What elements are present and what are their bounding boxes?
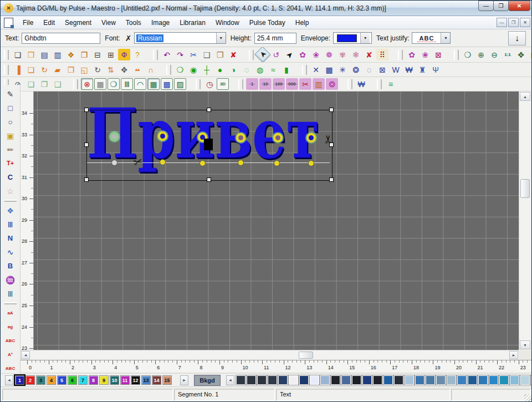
- merge-shapes-icon[interactable]: ◍: [254, 64, 266, 75]
- font-combobox[interactable]: Russian ▼: [134, 32, 226, 44]
- toolbar-grip[interactable]: [166, 65, 171, 75]
- thread-color-swatch[interactable]: [478, 375, 488, 385]
- restore-button[interactable]: ❐: [493, 1, 509, 11]
- sequin-icon[interactable]: ❂: [326, 78, 338, 90]
- menu-edit[interactable]: Edit: [38, 17, 60, 28]
- show-grid-dots-icon[interactable]: ▦: [94, 78, 106, 90]
- segment-start-icon[interactable]: ✾: [336, 49, 349, 60]
- overlap-icon[interactable]: ❐: [65, 64, 77, 75]
- satin-column-tool-icon[interactable]: Ⅲ: [4, 218, 17, 230]
- toolbar-grip[interactable]: [454, 50, 459, 60]
- toolbar-grip[interactable]: [238, 79, 243, 89]
- toolbar-grip[interactable]: [347, 79, 352, 89]
- thread-color-swatch[interactable]: [341, 375, 351, 385]
- palette-color-5[interactable]: 5: [57, 375, 66, 385]
- bird-delete-icon[interactable]: ⊠: [432, 49, 444, 60]
- palette-scroll-left-button[interactable]: ◄: [5, 375, 13, 385]
- stitch-list-icon[interactable]: ≡: [385, 78, 397, 90]
- needle-point-marker[interactable]: [306, 133, 316, 143]
- menu-view[interactable]: View: [96, 17, 121, 28]
- design-properties-icon[interactable]: ❖: [65, 49, 77, 60]
- needle-point-marker[interactable]: [273, 133, 283, 143]
- monogram-lettering-icon[interactable]: A°: [4, 349, 17, 360]
- palette-color-9[interactable]: 9: [99, 375, 109, 385]
- magnify-view-icon[interactable]: ❍: [108, 78, 120, 90]
- thread-scroll-left-button[interactable]: ◄: [226, 375, 234, 385]
- split-shape-icon[interactable]: ◑: [227, 64, 239, 75]
- thread-color-swatch[interactable]: [394, 375, 403, 385]
- zoom-in-icon[interactable]: ⊕: [475, 49, 487, 60]
- outline-stitch-icon[interactable]: ◉: [187, 64, 200, 75]
- thread-color-swatch[interactable]: [447, 375, 456, 385]
- lasso-select-icon[interactable]: ↺: [270, 49, 282, 60]
- envelope-dropdown-arrow[interactable]: ▼: [360, 33, 370, 43]
- help-icon[interactable]: ?: [131, 49, 144, 60]
- delete-segment-icon[interactable]: ✘: [363, 49, 375, 60]
- thread-color-swatch[interactable]: [510, 375, 519, 385]
- print-preview-icon[interactable]: ⊞: [105, 49, 117, 60]
- undo-icon[interactable]: ↶: [161, 49, 173, 60]
- thread-color-swatch[interactable]: [352, 375, 361, 385]
- thread-color-swatch[interactable]: [310, 375, 319, 385]
- palette-color-6[interactable]: 6: [68, 375, 77, 385]
- redraw-speed-icon[interactable]: ◷: [203, 78, 216, 90]
- open-lettering-icon[interactable]: ❐: [78, 49, 90, 60]
- w-small-stitch-icon[interactable]: ₩: [403, 64, 415, 75]
- lowercase-lettering-icon[interactable]: ag: [4, 321, 17, 333]
- ghost-shape-icon[interactable]: ◌: [241, 64, 253, 75]
- fence-tool-icon[interactable]: Ⅲ: [4, 288, 17, 299]
- delete-icon[interactable]: ✘: [227, 49, 239, 60]
- thread-color-swatch[interactable]: [268, 375, 277, 385]
- step-100-icon[interactable]: ·100·: [273, 78, 285, 90]
- baseline-point-marker[interactable]: [274, 160, 280, 166]
- arc-lettering-icon[interactable]: ABC: [4, 335, 17, 347]
- show-stitch-points-icon[interactable]: ⊗: [81, 78, 93, 90]
- thread-color-swatch[interactable]: [415, 375, 424, 385]
- stitch-select-icon[interactable]: ❀: [310, 49, 322, 60]
- copy-icon[interactable]: ❑: [201, 49, 213, 60]
- thread-color-swatch[interactable]: [299, 375, 309, 385]
- needle-point-marker[interactable]: [236, 133, 245, 143]
- run-line-icon[interactable]: ≈: [267, 64, 279, 75]
- toolbar-grip[interactable]: [4, 50, 9, 60]
- ellipse-tool-icon[interactable]: ○: [4, 116, 17, 128]
- baseline-point-marker[interactable]: [160, 159, 166, 165]
- minimize-button[interactable]: —: [478, 1, 494, 11]
- column-b-tool-icon[interactable]: B: [4, 260, 17, 272]
- show-grid-icon[interactable]: ▦: [147, 78, 160, 90]
- save-all-icon[interactable]: ▥: [52, 49, 64, 60]
- step-10-icon[interactable]: ·10·: [259, 78, 272, 90]
- snap-grid-icon[interactable]: ▩: [161, 78, 173, 90]
- insert-node-icon[interactable]: ┼: [201, 64, 213, 75]
- toolbar-grip[interactable]: [398, 50, 403, 60]
- thread-color-swatch[interactable]: [383, 375, 393, 385]
- close-button[interactable]: ✕: [508, 1, 530, 11]
- redo-icon[interactable]: ↷: [174, 49, 186, 60]
- view-3d-icon[interactable]: 3D: [217, 78, 229, 90]
- palette-color-12[interactable]: 12: [131, 375, 140, 385]
- scroll-up-button[interactable]: ▲: [520, 92, 530, 101]
- selection-handle[interactable]: [84, 143, 89, 147]
- block-lettering-icon[interactable]: ABC: [4, 363, 17, 374]
- column-fill-icon[interactable]: ▮: [280, 64, 293, 75]
- small-caps-lettering-icon[interactable]: aA: [4, 307, 17, 319]
- rotate-icon[interactable]: ↻: [91, 64, 104, 75]
- run-stitch-tool-icon[interactable]: ∿: [4, 246, 17, 258]
- justify-dropdown-arrow[interactable]: ▼: [441, 33, 450, 43]
- vertical-scrollbar[interactable]: ▲ ▼: [519, 91, 531, 350]
- palette-color-13[interactable]: 13: [141, 375, 151, 385]
- contour-stitch-icon[interactable]: ◌: [363, 64, 375, 75]
- bird-select-icon[interactable]: ✿: [406, 49, 418, 60]
- globe-stitch-icon[interactable]: ❂: [350, 64, 362, 75]
- palette-color-2[interactable]: 2: [25, 375, 35, 385]
- zoom-1to1-icon[interactable]: 1:1: [502, 49, 514, 60]
- print-icon[interactable]: ⊟: [91, 49, 104, 60]
- insert-image-icon[interactable]: ▣: [4, 130, 17, 141]
- group-icon[interactable]: ◱: [78, 64, 90, 75]
- point-edit-icon[interactable]: ✿: [296, 49, 309, 60]
- palette-color-11[interactable]: 11: [120, 375, 130, 385]
- toolbar-grip[interactable]: [377, 79, 382, 89]
- mdi-minimize-button[interactable]: —: [497, 18, 507, 27]
- bezier-tool-icon[interactable]: N: [4, 232, 17, 244]
- palette-color-1[interactable]: 1: [15, 375, 24, 385]
